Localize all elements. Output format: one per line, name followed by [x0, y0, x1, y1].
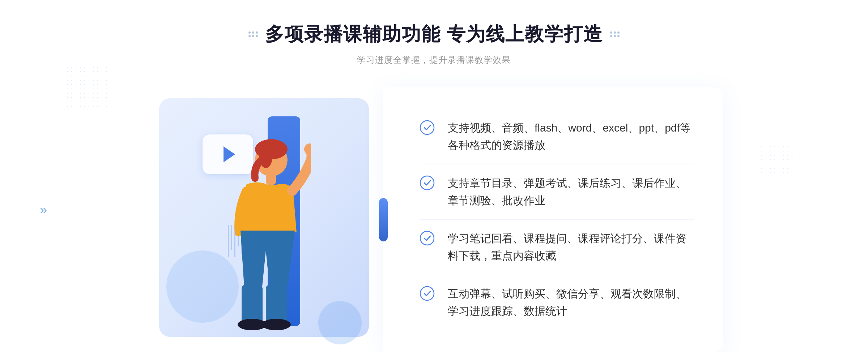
deco-chevron-left: » — [40, 202, 47, 218]
feature-item-2: 支持章节目录、弹题考试、课后练习、课后作业、章节测验、批改作业 — [420, 164, 694, 220]
header-deco-dots-left — [248, 31, 258, 37]
check-icon-4 — [420, 286, 435, 301]
bg-dots-left — [65, 65, 109, 108]
header-section: 多项录播课辅助功能 专为线上教学打造 学习进度全掌握，提升录播课教学效果 — [248, 22, 620, 66]
check-icon-2 — [420, 175, 435, 190]
feature-item-4: 互动弹幕、试听购买、微信分享、观看次数限制、学习进度跟踪、数据统计 — [420, 275, 694, 330]
header-deco-dots-right — [610, 31, 620, 37]
page-subtitle: 学习进度全掌握，提升录播课教学效果 — [248, 54, 620, 66]
feature-text-3: 学习笔记回看、课程提问、课程评论打分、课件资料下载，重点内容收藏 — [448, 230, 694, 265]
svg-rect-5 — [266, 285, 287, 325]
header-title-row: 多项录播课辅助功能 专为线上教学打造 — [248, 22, 620, 47]
header-deco-right — [610, 31, 620, 37]
feature-text-1: 支持视频、音频、flash、word、excel、ppt、pdf等各种格式的资源… — [448, 119, 694, 154]
svg-point-9 — [420, 121, 434, 134]
svg-point-10 — [420, 176, 434, 190]
check-icon-1 — [420, 120, 435, 135]
features-left-accent — [379, 198, 388, 241]
check-icon-3 — [420, 231, 435, 246]
main-content: 支持视频、音频、flash、word、excel、ppt、pdf等各种格式的资源… — [145, 87, 723, 352]
features-area: 支持视频、音频、flash、word、excel、ppt、pdf等各种格式的资源… — [383, 87, 723, 352]
header-deco-left — [248, 31, 258, 37]
svg-point-7 — [262, 319, 291, 330]
bg-dots-right — [760, 145, 796, 181]
deco-circle-medium — [318, 301, 362, 344]
feature-text-4: 互动弹幕、试听购买、微信分享、观看次数限制、学习进度跟踪、数据统计 — [448, 285, 694, 320]
page-container: » 多项录播课辅助功能 专为线上教学打造 — [0, 0, 868, 352]
page-title: 多项录播课辅助功能 专为线上教学打造 — [265, 22, 603, 47]
svg-point-11 — [420, 231, 434, 245]
svg-rect-3 — [266, 174, 276, 185]
illustration-area — [145, 87, 383, 352]
feature-text-2: 支持章节目录、弹题考试、课后练习、课后作业、章节测验、批改作业 — [448, 175, 694, 209]
svg-point-12 — [420, 287, 434, 300]
feature-item-1: 支持视频、音频、flash、word、excel、ppt、pdf等各种格式的资源… — [420, 109, 694, 164]
human-figure — [210, 131, 311, 334]
feature-item-3: 学习笔记回看、课程提问、课程评论打分、课件资料下载，重点内容收藏 — [420, 220, 694, 275]
svg-rect-4 — [242, 285, 263, 325]
